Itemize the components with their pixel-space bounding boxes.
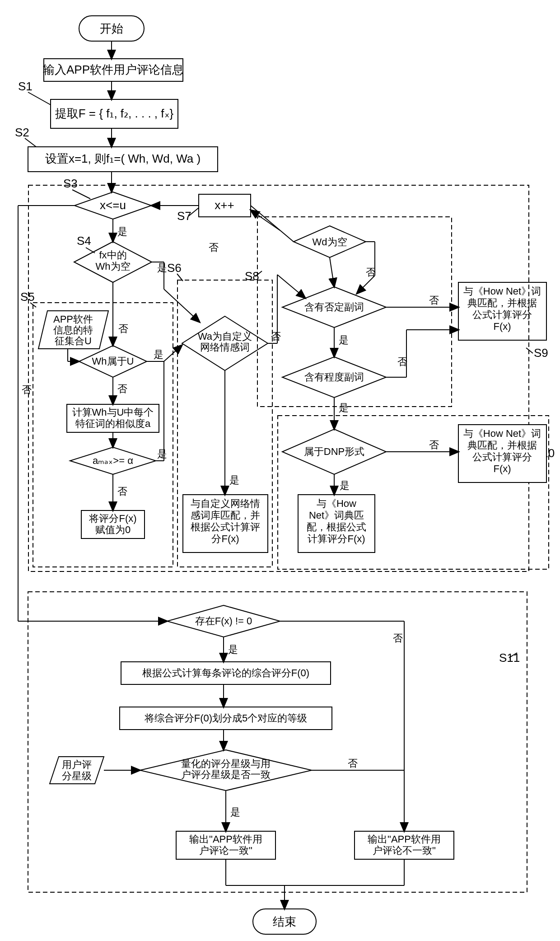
svg-text:是: 是 xyxy=(339,402,349,413)
svg-text:APP软件: APP软件 xyxy=(53,314,93,325)
svg-text:是: 是 xyxy=(340,480,350,491)
svg-text:公式计算评分: 公式计算评分 xyxy=(472,309,532,320)
s5-d1-text: Wh属于U xyxy=(92,356,134,367)
svg-text:计算评分F(x): 计算评分F(x) xyxy=(308,533,365,544)
svg-text:否: 否 xyxy=(393,632,403,644)
svg-text:分星级: 分星级 xyxy=(62,770,92,782)
svg-text:感词库匹配，并: 感词库匹配，并 xyxy=(191,510,260,521)
svg-text:量化的评分星级与用: 量化的评分星级与用 xyxy=(181,758,271,769)
svg-text:户评分星级是否一致: 户评分星级是否一致 xyxy=(181,769,271,780)
svg-text:与《How Net》词: 与《How Net》词 xyxy=(463,428,541,439)
svg-text:是: 是 xyxy=(339,334,349,346)
svg-text:否: 否 xyxy=(117,383,127,394)
input-text: 输入APP软件用户评论信息 xyxy=(43,63,184,76)
s10-d-text: 属于DNP形式 xyxy=(304,446,364,457)
s8-d3-text: 含有程度副词 xyxy=(304,371,364,383)
svg-text:典匹配，并根据: 典匹配，并根据 xyxy=(467,440,537,451)
svg-text:是: 是 xyxy=(117,226,127,237)
s11-p1-text: 根据公式计算每条评论的综合评分F(0) xyxy=(142,667,309,679)
svg-text:配，根据公式: 配，根据公式 xyxy=(307,521,366,533)
s5-d2-text: aₘₐₓ>= α xyxy=(93,455,133,466)
svg-text:网络情感词: 网络情感词 xyxy=(200,342,250,353)
s11-d1-text: 存在F(x) != 0 xyxy=(195,615,252,627)
s6-step: S6 xyxy=(167,261,182,275)
svg-text:典匹配，并根据: 典匹配，并根据 xyxy=(467,297,537,309)
s8-d2-text: 含有否定副词 xyxy=(304,301,364,313)
svg-text:是: 是 xyxy=(154,349,163,360)
svg-text:与《How: 与《How xyxy=(317,498,356,509)
s8-d1-text: Wd为空 xyxy=(313,236,347,248)
svg-text:计算Wh与U中每个: 计算Wh与U中每个 xyxy=(72,407,154,418)
svg-text:F(x): F(x) xyxy=(493,463,511,474)
s9-step: S9 xyxy=(534,346,548,360)
svg-text:输出"APP软件用: 输出"APP软件用 xyxy=(189,833,262,845)
svg-text:用户评: 用户评 xyxy=(62,759,92,770)
s3-text: x<=u xyxy=(100,198,126,212)
svg-text:否: 否 xyxy=(348,758,358,769)
svg-text:是: 是 xyxy=(157,262,167,273)
s2-step: S2 xyxy=(15,126,29,139)
svg-text:根据公式计算评: 根据公式计算评 xyxy=(191,521,260,533)
svg-text:否: 否 xyxy=(209,242,219,253)
svg-text:户评论一致": 户评论一致" xyxy=(199,845,252,856)
s2-text: 设置x=1, 则f₁=( Wh, Wd, Wa ) xyxy=(45,152,201,165)
svg-text:否: 否 xyxy=(118,323,128,334)
s4-t2: Wh为空 xyxy=(96,261,131,272)
s1-text: 提取F = { f₁, f₂, . . . , fₓ} xyxy=(55,107,174,120)
svg-text:否: 否 xyxy=(397,356,407,367)
s4-step: S4 xyxy=(77,234,91,248)
svg-text:赋值为0: 赋值为0 xyxy=(95,524,131,535)
s11-p2-text: 将综合评分F(0)划分成5个对应的等级 xyxy=(144,712,308,724)
svg-text:将评分F(x): 将评分F(x) xyxy=(89,513,136,524)
svg-text:公式计算评分: 公式计算评分 xyxy=(472,451,532,463)
svg-text:户评论不一致": 户评论不一致" xyxy=(373,845,436,856)
svg-text:Net》词典匹: Net》词典匹 xyxy=(309,510,364,521)
s4-t1: fx中的 xyxy=(99,249,126,261)
svg-text:是: 是 xyxy=(228,644,238,655)
svg-text:是: 是 xyxy=(157,448,167,459)
svg-text:与《How Net》词: 与《How Net》词 xyxy=(463,286,541,297)
svg-text:否: 否 xyxy=(271,331,281,342)
s7-text: x++ xyxy=(215,198,234,212)
svg-text:否: 否 xyxy=(429,439,439,450)
end-label: 结束 xyxy=(273,915,296,928)
s8-step: S8 xyxy=(245,269,259,283)
s1-step: S1 xyxy=(18,80,33,93)
svg-text:否: 否 xyxy=(117,486,127,497)
svg-text:输出"APP软件用: 输出"APP软件用 xyxy=(368,833,441,845)
svg-text:征集合U: 征集合U xyxy=(55,335,92,346)
svg-text:信息的特: 信息的特 xyxy=(53,324,93,336)
svg-text:否: 否 xyxy=(429,295,439,306)
svg-text:是: 是 xyxy=(230,806,240,818)
svg-text:否: 否 xyxy=(22,384,32,395)
svg-text:是: 是 xyxy=(229,474,239,486)
svg-text:分F(x): 分F(x) xyxy=(211,533,239,544)
flowchart-diagram: 开始 结束 输入APP软件用户评论信息 提取F = { f₁, f₂, . . … xyxy=(0,0,560,941)
s5-step: S5 xyxy=(20,290,35,304)
svg-text:F(x): F(x) xyxy=(493,321,511,332)
svg-text:Wa为自定义: Wa为自定义 xyxy=(198,331,252,342)
svg-text:特征词的相似度a: 特征词的相似度a xyxy=(75,418,151,429)
svg-text:与自定义网络情: 与自定义网络情 xyxy=(191,498,260,509)
start-label: 开始 xyxy=(100,22,123,35)
s3-step: S3 xyxy=(63,177,78,190)
